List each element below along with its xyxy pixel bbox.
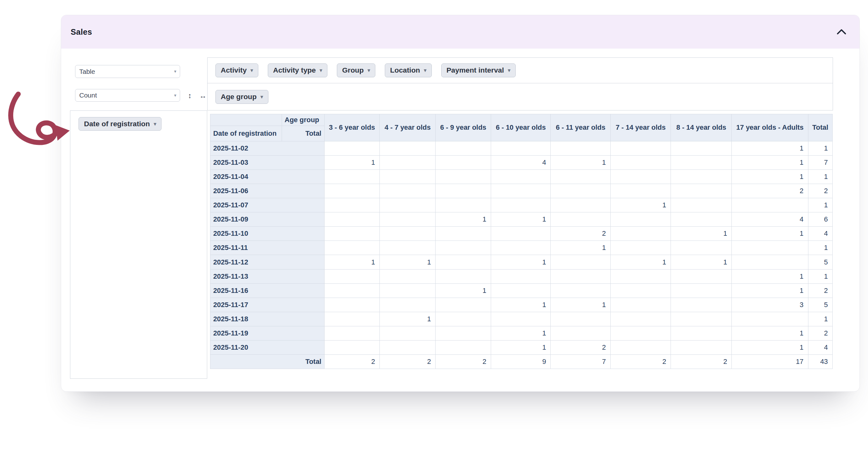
- row-label: 2025-11-04: [210, 170, 324, 184]
- data-cell: [611, 212, 671, 227]
- row-order-button[interactable]: ↕: [188, 91, 191, 100]
- row-total-cell: 1: [808, 312, 832, 326]
- column-header: 6 - 9 year olds: [436, 114, 491, 141]
- corner-cell: [210, 114, 282, 125]
- data-cell: 1: [380, 312, 436, 326]
- data-cell: [491, 312, 551, 326]
- data-cell: 4: [491, 155, 551, 170]
- data-cell: [611, 241, 671, 255]
- data-cell: [611, 269, 671, 283]
- attr-pill-date-of-registration[interactable]: Date of registration▾: [79, 117, 161, 131]
- column-total-cell: 2: [611, 355, 671, 369]
- data-cell: 1: [491, 326, 551, 340]
- data-cell: [380, 155, 436, 170]
- data-cell: [436, 297, 491, 312]
- attr-pill-activity[interactable]: Activity▾: [215, 63, 258, 77]
- attr-pill-payment-interval[interactable]: Payment interval▾: [441, 63, 516, 77]
- renderer-cell: Table ▾: [70, 57, 207, 83]
- data-cell: [324, 269, 380, 283]
- data-cell: 3: [732, 297, 808, 312]
- renderer-select[interactable]: Table: [75, 65, 180, 78]
- data-cell: [671, 297, 732, 312]
- row-label: 2025-11-03: [210, 155, 324, 170]
- data-cell: [551, 326, 611, 340]
- sales-widget-card: Sales Table ▾ Activity▾Activity type▾: [61, 15, 860, 391]
- attr-pill-label: Location: [390, 66, 420, 75]
- table-row: 2025-11-171135: [210, 297, 833, 312]
- data-cell: [436, 241, 491, 255]
- table-row: 2025-11-0711: [210, 198, 833, 212]
- filter-caret-icon[interactable]: ▾: [320, 67, 322, 73]
- col-order-button[interactable]: ↔: [199, 91, 207, 100]
- row-label: 2025-11-11: [210, 241, 324, 255]
- attr-pill-group[interactable]: Group▾: [337, 63, 375, 77]
- column-header: 6 - 10 year olds: [491, 114, 551, 141]
- aggregator-select-wrap: Count ▾: [75, 89, 180, 102]
- table-row: 2025-11-0622: [210, 184, 833, 198]
- data-cell: [491, 141, 551, 155]
- attr-pill-age-group[interactable]: Age group▾: [215, 90, 269, 104]
- row-total-cell: 7: [808, 155, 832, 170]
- column-total-cell: 2: [380, 355, 436, 369]
- data-cell: [491, 198, 551, 212]
- data-cell: [436, 198, 491, 212]
- data-cell: 1: [324, 255, 380, 269]
- data-cell: [491, 227, 551, 241]
- data-cell: 1: [732, 227, 808, 241]
- data-cell: 1: [380, 255, 436, 269]
- table-row: 2025-11-1111: [210, 241, 833, 255]
- data-cell: 1: [732, 283, 808, 297]
- data-cell: [380, 283, 436, 297]
- aggregator-cell: Count ▾ ↕ ↔: [70, 83, 207, 111]
- data-cell: [380, 269, 436, 283]
- filter-caret-icon[interactable]: ▾: [424, 67, 427, 73]
- attr-pill-activity-type[interactable]: Activity type▾: [268, 63, 328, 77]
- data-cell: 1: [324, 155, 380, 170]
- data-cell: [551, 184, 611, 198]
- data-cell: [611, 297, 671, 312]
- column-header: 3 - 6 year olds: [324, 114, 380, 141]
- table-row: 2025-11-1311: [210, 269, 833, 283]
- card-header[interactable]: Sales: [61, 15, 860, 48]
- data-cell: 1: [551, 155, 611, 170]
- column-header: 17 year olds - Adults: [732, 114, 808, 141]
- data-cell: [436, 341, 491, 355]
- row-label: 2025-11-12: [210, 255, 324, 269]
- data-cell: [551, 283, 611, 297]
- data-cell: [671, 312, 732, 326]
- row-total-cell: 2: [808, 283, 832, 297]
- row-total-cell: 1: [808, 170, 832, 184]
- column-total-cell: 9: [491, 355, 551, 369]
- row-label: 2025-11-09: [210, 212, 324, 227]
- row-total-cell: 1: [808, 241, 832, 255]
- data-cell: [380, 326, 436, 340]
- data-cell: [671, 341, 732, 355]
- data-cell: [551, 170, 611, 184]
- data-cell: 1: [732, 341, 808, 355]
- column-header: 6 - 11 year olds: [551, 114, 611, 141]
- data-cell: [611, 283, 671, 297]
- attr-pill-location[interactable]: Location▾: [385, 63, 432, 77]
- filter-caret-icon[interactable]: ▾: [260, 94, 263, 100]
- row-total-cell: 1: [808, 141, 832, 155]
- data-cell: [671, 184, 732, 198]
- grand-total-cell: 43: [808, 355, 832, 369]
- collapse-button[interactable]: [835, 27, 848, 37]
- data-cell: [671, 212, 732, 227]
- row-label: 2025-11-06: [210, 184, 324, 198]
- data-cell: [491, 269, 551, 283]
- column-total-cell: 17: [732, 355, 808, 369]
- table-row: 2025-11-201214: [210, 341, 833, 355]
- data-cell: 1: [551, 241, 611, 255]
- filter-caret-icon[interactable]: ▾: [368, 67, 370, 73]
- filter-caret-icon[interactable]: ▾: [154, 121, 156, 127]
- totals-row: Total22297221743: [210, 355, 833, 369]
- data-cell: [380, 170, 436, 184]
- data-cell: 1: [732, 170, 808, 184]
- aggregator-select[interactable]: Count: [75, 89, 180, 102]
- row-label: 2025-11-07: [210, 198, 324, 212]
- filter-caret-icon[interactable]: ▾: [250, 67, 253, 73]
- filter-caret-icon[interactable]: ▾: [508, 67, 510, 73]
- row-label: 2025-11-17: [210, 297, 324, 312]
- data-cell: 1: [436, 283, 491, 297]
